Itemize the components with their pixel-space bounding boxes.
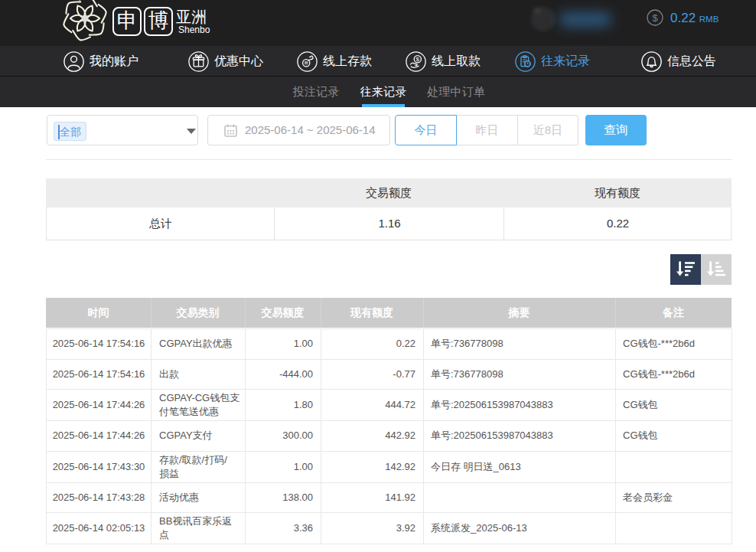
svg-text:$: $ bbox=[652, 12, 658, 24]
svg-text:$: $ bbox=[416, 56, 420, 63]
